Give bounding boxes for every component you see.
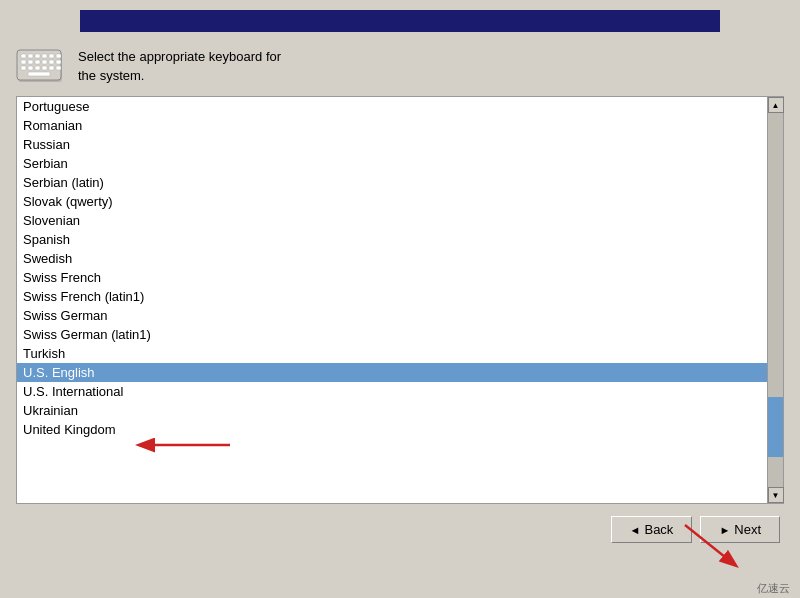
svg-rect-20 (28, 72, 50, 76)
keyboard-icon (16, 46, 64, 86)
next-button[interactable]: ► Next (700, 516, 780, 543)
svg-rect-13 (56, 60, 61, 64)
svg-rect-10 (35, 60, 40, 64)
list-item[interactable]: Swiss French (17, 268, 767, 287)
svg-rect-11 (42, 60, 47, 64)
list-item[interactable]: U.S. English (17, 363, 767, 382)
list-item[interactable]: Portuguese (17, 97, 767, 116)
footer: ◄ Back ► Next (0, 504, 800, 555)
svg-rect-7 (56, 54, 61, 58)
next-label: Next (734, 522, 761, 537)
list-item[interactable]: Spanish (17, 230, 767, 249)
list-item[interactable]: Serbian (latin) (17, 173, 767, 192)
list-item[interactable]: Slovenian (17, 211, 767, 230)
scroll-track (768, 113, 783, 487)
header-instruction: Select the appropriate keyboard for the … (78, 47, 281, 86)
list-item[interactable]: Ukrainian (17, 401, 767, 420)
svg-rect-18 (49, 66, 54, 70)
list-item[interactable]: Slovak (qwerty) (17, 192, 767, 211)
svg-rect-2 (21, 54, 26, 58)
svg-rect-15 (28, 66, 33, 70)
scroll-up-button[interactable]: ▲ (768, 97, 784, 113)
svg-rect-5 (42, 54, 47, 58)
list-item[interactable]: Swiss German (latin1) (17, 325, 767, 344)
header-section: Select the appropriate keyboard for the … (0, 32, 800, 96)
svg-rect-16 (35, 66, 40, 70)
svg-rect-17 (42, 66, 47, 70)
scrollbar[interactable]: ▲ ▼ (767, 97, 783, 503)
back-button[interactable]: ◄ Back (611, 516, 693, 543)
list-item[interactable]: Romanian (17, 116, 767, 135)
list-item[interactable]: Swedish (17, 249, 767, 268)
list-item[interactable]: Swiss German (17, 306, 767, 325)
watermark: 亿速云 (757, 581, 790, 596)
back-icon: ◄ (630, 524, 641, 536)
list-item[interactable]: U.S. International (17, 382, 767, 401)
svg-rect-14 (21, 66, 26, 70)
list-item[interactable]: Turkish (17, 344, 767, 363)
list-item[interactable]: United Kingdom (17, 420, 767, 439)
svg-rect-6 (49, 54, 54, 58)
svg-rect-8 (21, 60, 26, 64)
back-label: Back (644, 522, 673, 537)
list-item[interactable]: Swiss French (latin1) (17, 287, 767, 306)
scroll-down-button[interactable]: ▼ (768, 487, 784, 503)
svg-rect-4 (35, 54, 40, 58)
scroll-thumb[interactable] (768, 397, 783, 457)
next-icon: ► (719, 524, 730, 536)
language-list[interactable]: PortugueseRomanianRussianSerbianSerbian … (17, 97, 767, 503)
list-item[interactable]: Serbian (17, 154, 767, 173)
list-item[interactable]: Russian (17, 135, 767, 154)
list-container: PortugueseRomanianRussianSerbianSerbian … (16, 96, 784, 504)
svg-rect-19 (56, 66, 61, 70)
svg-rect-3 (28, 54, 33, 58)
svg-rect-12 (49, 60, 54, 64)
top-bar (80, 10, 720, 32)
svg-rect-9 (28, 60, 33, 64)
